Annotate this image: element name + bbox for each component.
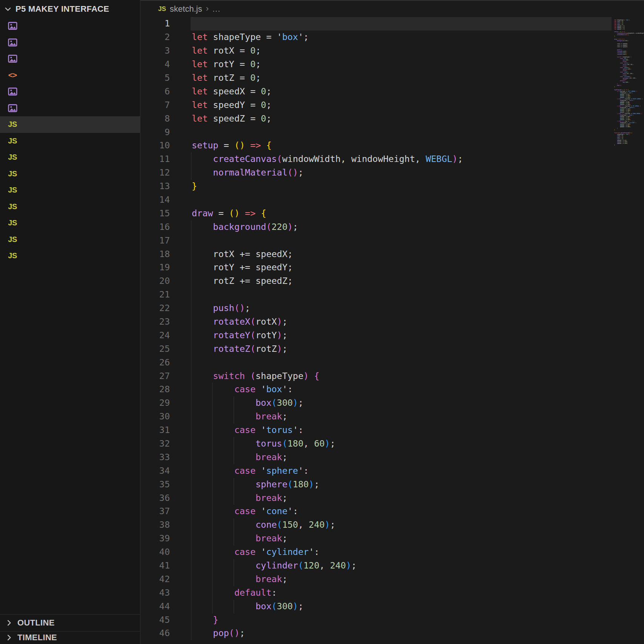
code-line-31[interactable]: 31 case 'torus':	[140, 424, 644, 437]
code-line-39[interactable]: 39 break;	[140, 532, 644, 545]
indent-guide	[191, 424, 191, 437]
outline-section-header[interactable]: OUTLINE	[0, 614, 140, 631]
code-line-34[interactable]: 34 case 'sphere':	[140, 464, 644, 478]
file-item-background-png[interactable]	[0, 18, 140, 34]
breadcrumb-file[interactable]: sketch.js	[170, 4, 202, 14]
code-line-6[interactable]: 6let speedX = 0;	[140, 85, 644, 99]
minimap-line: }	[614, 145, 644, 146]
code-text: rotateY(rotY);	[192, 329, 288, 342]
line-number: 34	[140, 464, 170, 478]
file-item-sketch-js[interactable]: JS	[0, 116, 140, 133]
file-item-ocean-png[interactable]	[0, 100, 140, 117]
code-text: }	[192, 180, 197, 193]
js-file-icon: JS	[8, 202, 17, 211]
chevron-right-icon	[5, 619, 13, 627]
line-number: 1	[140, 17, 170, 31]
code-line-4[interactable]: 4let rotY = 0;	[140, 58, 644, 71]
file-item-index-html[interactable]: <>	[0, 67, 140, 84]
code-line-3[interactable]: 3let rotX = 0;	[140, 44, 644, 58]
code-line-32[interactable]: 32 torus(180, 60);	[140, 437, 644, 451]
file-item-jellyfish-png[interactable]	[0, 83, 140, 100]
indent-guide	[191, 261, 191, 274]
timeline-section-header[interactable]: TIMELINE	[0, 631, 140, 644]
code-line-25[interactable]: 25 rotateZ(rotZ);	[140, 342, 644, 356]
line-number: 33	[140, 451, 170, 464]
code-line-15[interactable]: 15draw = () => {	[140, 207, 644, 220]
line-number: 6	[140, 85, 170, 99]
code-line-38[interactable]: 38 cone(150, 240);	[140, 518, 644, 532]
line-number: 4	[140, 58, 170, 71]
indent-guide	[191, 248, 191, 261]
code-line-29[interactable]: 29 box(300);	[140, 396, 644, 410]
code-text: rotateX(rotX);	[192, 315, 288, 329]
indent-guide	[191, 234, 191, 248]
line-number: 22	[140, 302, 170, 315]
file-item-sketch1-copy-js[interactable]: JS	[0, 133, 140, 149]
code-line-13[interactable]: 13}	[140, 180, 644, 193]
code-line-26[interactable]: 26	[140, 356, 644, 370]
file-item-sketch2-js[interactable]: JS	[0, 166, 140, 182]
code-line-8[interactable]: 8let speedZ = 0;	[140, 112, 644, 126]
file-item-sketch6-js[interactable]: JS	[0, 248, 140, 264]
code-line-21[interactable]: 21	[140, 288, 644, 302]
line-number: 26	[140, 356, 170, 370]
code-line-7[interactable]: 7let speedY = 0;	[140, 99, 644, 112]
file-item-sketch4-js[interactable]: JS	[0, 199, 140, 215]
code-editor[interactable]: 12let shapeType = 'box';3let rotX = 0;4l…	[140, 17, 644, 640]
code-line-27[interactable]: 27 switch (shapeType) {	[140, 370, 644, 383]
code-line-30[interactable]: 30 break;	[140, 410, 644, 424]
code-line-43[interactable]: 43 default:	[140, 586, 644, 600]
file-item-flower-png[interactable]	[0, 51, 140, 67]
code-line-46[interactable]: 46 pop();	[140, 627, 644, 640]
code-text: case 'torus':	[192, 424, 304, 437]
code-line-35[interactable]: 35 sphere(180);	[140, 478, 644, 491]
code-line-40[interactable]: 40 case 'cylinder':	[140, 545, 644, 559]
code-line-18[interactable]: 18 rotX += speedX;	[140, 248, 644, 261]
line-number: 3	[140, 44, 170, 58]
explorer-section-header[interactable]: P5 MAKEY INTERFACE	[0, 0, 140, 18]
code-line-16[interactable]: 16 background(220);	[140, 220, 644, 234]
code-line-19[interactable]: 19 rotY += speedY;	[140, 261, 644, 274]
file-list: <>JSJSJSJSJSJSJSJSJS	[0, 18, 140, 264]
minimap[interactable]: let shapeType = 'box';let rotX = 0;let r…	[614, 18, 644, 148]
file-item-sketch5-js[interactable]: JS	[0, 215, 140, 231]
code-line-44[interactable]: 44 box(300);	[140, 600, 644, 613]
code-line-37[interactable]: 37 case 'cone':	[140, 505, 644, 518]
line-number: 5	[140, 71, 170, 85]
file-item-bunny-png[interactable]	[0, 34, 140, 51]
indent-guide	[191, 315, 191, 329]
code-line-14[interactable]: 14	[140, 193, 644, 207]
current-line-highlight	[191, 17, 612, 31]
code-line-5[interactable]: 5let rotZ = 0;	[140, 71, 644, 85]
code-line-24[interactable]: 24 rotateY(rotY);	[140, 329, 644, 342]
line-number: 10	[140, 139, 170, 153]
line-number: 12	[140, 166, 170, 180]
code-line-22[interactable]: 22 push();	[140, 302, 644, 315]
code-line-42[interactable]: 42 break;	[140, 573, 644, 586]
code-text: case 'box':	[192, 383, 293, 396]
indent-guide	[191, 600, 191, 613]
code-line-17[interactable]: 17	[140, 234, 644, 248]
code-line-33[interactable]: 33 break;	[140, 451, 644, 464]
code-line-10[interactable]: 10setup = () => {	[140, 139, 644, 153]
code-line-9[interactable]: 9	[140, 126, 644, 139]
code-line-1[interactable]: 1	[140, 17, 644, 31]
code-line-36[interactable]: 36 break;	[140, 491, 644, 505]
code-line-23[interactable]: 23 rotateX(rotX);	[140, 315, 644, 329]
code-line-45[interactable]: 45 }	[140, 613, 644, 627]
code-line-12[interactable]: 12 normalMaterial();	[140, 166, 644, 180]
breadcrumb-symbol[interactable]: ...	[213, 4, 220, 14]
code-line-2[interactable]: 2let shapeType = 'box';	[140, 31, 644, 44]
code-line-41[interactable]: 41 cylinder(120, 240);	[140, 559, 644, 573]
file-item-sketch6-copy-js[interactable]: JS	[0, 231, 140, 248]
indent-guide	[191, 356, 191, 370]
file-item-sketch3-js[interactable]: JS	[0, 182, 140, 199]
file-item-sketch1-js[interactable]: JS	[0, 149, 140, 166]
html-file-icon: <>	[8, 71, 17, 80]
code-line-28[interactable]: 28 case 'box':	[140, 383, 644, 396]
line-number: 15	[140, 207, 170, 220]
breadcrumb[interactable]: JS sketch.js › ...	[140, 1, 220, 17]
code-line-11[interactable]: 11 createCanvas(windowWidth, windowHeigh…	[140, 153, 644, 166]
indent-guide	[191, 370, 191, 383]
code-line-20[interactable]: 20 rotZ += speedZ;	[140, 274, 644, 288]
